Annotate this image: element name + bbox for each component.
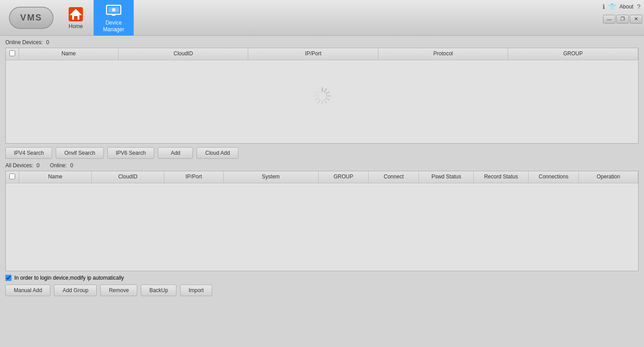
svg-line-14 bbox=[318, 99, 320, 103]
all-select-all-checkbox[interactable] bbox=[9, 174, 15, 179]
onvif-search-button[interactable]: Onvif Search bbox=[56, 147, 103, 159]
about-label[interactable]: About bbox=[619, 4, 633, 10]
svg-point-5 bbox=[112, 8, 115, 12]
nav-device-manager-label: DeviceManager bbox=[103, 20, 124, 33]
svg-line-17 bbox=[315, 92, 318, 94]
close-button[interactable]: ✕ bbox=[630, 15, 642, 24]
svg-line-15 bbox=[315, 98, 318, 100]
nav-device-manager-button[interactable]: DeviceManager bbox=[94, 0, 134, 36]
ipv4-search-button[interactable]: IPV4 Search bbox=[5, 147, 52, 159]
main-content: Online Devices: 0 Name CloudID IP/Port P… bbox=[0, 36, 644, 347]
all-col-name: Name bbox=[19, 171, 92, 183]
all-col-record-status: Record Status bbox=[474, 171, 529, 183]
titlebar-right: ℹ 👕 About ? bbox=[599, 0, 644, 13]
all-col-pswd-status: Pswd Status bbox=[419, 171, 474, 183]
manual-add-button[interactable]: Manual Add bbox=[5, 285, 50, 296]
auto-modify-ip-label: In order to login device,modify ip autom… bbox=[14, 275, 124, 281]
svg-line-18 bbox=[318, 89, 320, 92]
svg-rect-2 bbox=[74, 16, 78, 20]
online-devices-label: Online Devices: 0 bbox=[5, 39, 639, 45]
search-buttons-row: IPV4 Search Onvif Search IPV6 Search Add… bbox=[5, 147, 639, 159]
window-controls: — ❐ ✕ bbox=[603, 13, 644, 25]
nav-home-label: Home bbox=[69, 23, 83, 29]
all-col-cloudid: CloudID bbox=[92, 171, 164, 183]
online-devices-table: Name CloudID IP/Port Protocol GROUP bbox=[5, 48, 639, 144]
device-manager-icon bbox=[106, 3, 122, 19]
question-icon[interactable]: ? bbox=[637, 3, 640, 10]
minimize-button[interactable]: — bbox=[603, 15, 615, 24]
all-col-checkbox bbox=[6, 171, 19, 183]
tshirt-icon[interactable]: 👕 bbox=[608, 3, 616, 10]
import-button[interactable]: Import bbox=[180, 285, 212, 296]
all-col-system: System bbox=[224, 171, 319, 183]
add-group-button[interactable]: Add Group bbox=[54, 285, 97, 296]
auto-modify-ip-row: In order to login device,modify ip autom… bbox=[5, 275, 639, 281]
remove-button[interactable]: Remove bbox=[100, 285, 137, 296]
svg-line-9 bbox=[326, 92, 329, 94]
titlebar: VMS Home DeviceManager ℹ 👕 About ? — ❐ ✕ bbox=[0, 0, 644, 36]
cloud-add-button[interactable]: Cloud Add bbox=[197, 147, 238, 159]
all-devices-table-body bbox=[6, 183, 638, 270]
bottom-buttons-row: Manual Add Add Group Remove BackUp Impor… bbox=[5, 285, 639, 296]
all-table-header: Name CloudID IP/Port System GROUP Connec… bbox=[6, 171, 638, 183]
backup-button[interactable]: BackUp bbox=[141, 285, 176, 296]
home-icon bbox=[68, 6, 84, 22]
svg-line-11 bbox=[326, 98, 329, 100]
svg-line-8 bbox=[324, 89, 326, 92]
all-col-connections: Connections bbox=[529, 171, 579, 183]
all-col-ipport: IP/Port bbox=[164, 171, 224, 183]
vms-logo: VMS bbox=[9, 7, 53, 29]
info-icon[interactable]: ℹ bbox=[603, 3, 605, 10]
spinner-graphic bbox=[311, 85, 333, 107]
add-button[interactable]: Add bbox=[158, 147, 193, 159]
all-col-operation: Operation bbox=[579, 171, 638, 183]
auto-modify-ip-checkbox[interactable] bbox=[5, 275, 12, 281]
all-devices-table: Name CloudID IP/Port System GROUP Connec… bbox=[5, 171, 639, 271]
nav-home-button[interactable]: Home bbox=[58, 0, 94, 36]
all-devices-label: All Devices: 0 Online: 0 bbox=[5, 162, 639, 169]
all-col-connect: Connect bbox=[369, 171, 419, 183]
bottom-section: In order to login device,modify ip autom… bbox=[5, 275, 639, 296]
loading-spinner bbox=[6, 48, 638, 143]
restore-button[interactable]: ❐ bbox=[616, 15, 629, 24]
svg-line-12 bbox=[324, 99, 326, 103]
all-col-group: GROUP bbox=[319, 171, 369, 183]
ipv6-search-button[interactable]: IPV6 Search bbox=[107, 147, 154, 159]
